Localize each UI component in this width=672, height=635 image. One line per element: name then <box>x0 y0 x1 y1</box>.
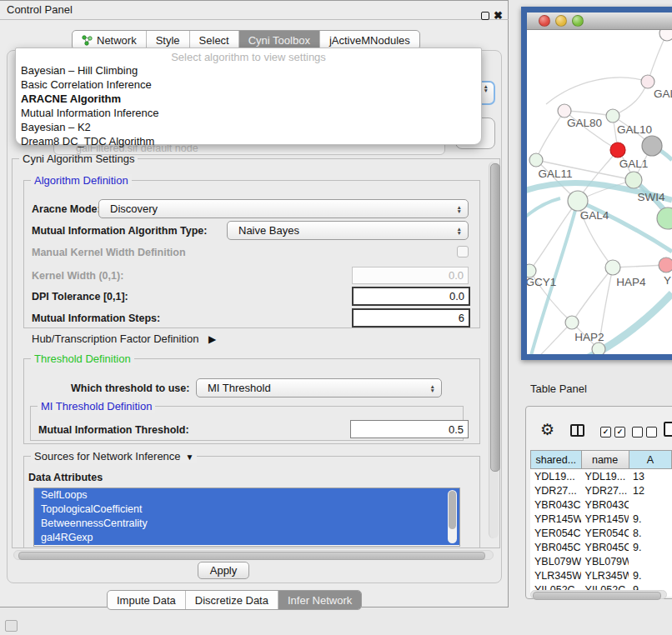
network-node[interactable] <box>659 30 672 41</box>
minimized-panel-icon[interactable] <box>5 620 18 632</box>
data-attribute-item[interactable]: SelfLoops <box>34 488 459 502</box>
algorithm-option[interactable]: Bayesian – Hill Climbing <box>16 63 481 78</box>
mi-algorithm-type-combo[interactable]: Naive Bayes ▲▼ <box>227 221 469 240</box>
algorithm-option[interactable]: Bayesian – K2 <box>16 120 481 134</box>
table-cell: YBL079W <box>581 554 629 568</box>
table-row[interactable]: YPR145WYPR145W9. <box>530 512 672 526</box>
settings-horizontal-scrollbar[interactable] <box>13 550 494 560</box>
tab-select[interactable]: Select <box>189 31 238 49</box>
tab-network[interactable]: Network <box>73 31 146 49</box>
table-cell: 9. <box>629 568 672 582</box>
manual-kernel-width-checkbox[interactable] <box>457 246 469 258</box>
close-traffic-light-icon[interactable] <box>539 15 550 27</box>
column-header-shared-name[interactable]: shared... <box>530 450 582 469</box>
stepper-arrows-icon: ▲▼ <box>484 84 489 92</box>
table-cell <box>629 498 672 512</box>
which-threshold-label: Which threshold to use: <box>71 382 189 394</box>
minimize-traffic-light-icon[interactable] <box>555 15 567 27</box>
table-cell: 13 <box>629 469 672 483</box>
tab-style[interactable]: Style <box>146 31 189 49</box>
network-node-label: HAP4 <box>616 276 646 288</box>
network-node[interactable] <box>606 109 619 122</box>
tab-jactivemnodules[interactable]: jActiveMNodules <box>319 31 419 49</box>
mi-steps-input[interactable]: 6 <box>352 308 470 328</box>
network-node[interactable] <box>657 208 672 229</box>
table-cell: 12 <box>629 483 672 498</box>
network-node-label: HAP2 <box>574 331 604 343</box>
settings-horizontal-scrollbar-thumb[interactable] <box>18 552 485 560</box>
network-node-label: GAL1 <box>619 158 649 170</box>
mi-algorithm-type-label: Mutual Information Algorithm Type: <box>32 225 207 237</box>
table-cell: YER054C <box>530 526 581 540</box>
gear-icon[interactable]: ⚙ <box>540 421 554 439</box>
network-node[interactable] <box>610 142 625 158</box>
table-row[interactable]: YLR345WYLR345W9. <box>530 568 672 582</box>
tab-cyni-toolbox[interactable]: Cyni Toolbox <box>238 31 319 49</box>
dpi-tolerance-input[interactable]: 0.0 <box>352 287 470 306</box>
table-cell: YDL19... <box>581 469 629 483</box>
manual-kernel-width-label: Manual Kernel Width Definition <box>32 247 186 258</box>
table-cell: YBR045C <box>530 540 581 554</box>
algorithm-option[interactable]: ARACNE Algorithm <box>16 92 481 106</box>
expanded-arrow-icon: ▼ <box>186 452 194 462</box>
settings-vertical-scrollbar-thumb[interactable] <box>490 163 500 472</box>
aracne-mode-combo[interactable]: Discovery ▲▼ <box>98 199 469 218</box>
table-header-row: shared... name A <box>530 450 672 469</box>
network-node[interactable] <box>558 104 571 118</box>
network-edge <box>536 111 564 160</box>
mi-threshold-input[interactable]: 0.5 <box>350 420 469 438</box>
list-vertical-scrollbar[interactable] <box>448 490 457 543</box>
kernel-width-input[interactable]: 0.0 <box>352 267 469 284</box>
network-node[interactable] <box>565 316 579 329</box>
table-cell: YBR045C <box>581 540 629 554</box>
table-row[interactable]: YBR045CYBR045C9. <box>530 540 672 554</box>
zoom-traffic-light-icon[interactable] <box>572 15 584 27</box>
network-node[interactable] <box>659 258 672 272</box>
float-window-icon[interactable] <box>481 12 489 20</box>
network-node[interactable] <box>642 136 662 156</box>
network-node[interactable] <box>625 172 642 188</box>
tab-infer-network[interactable]: Infer Network <box>278 591 361 609</box>
network-node[interactable] <box>592 342 605 354</box>
tab-impute-data[interactable]: Impute Data <box>108 591 185 609</box>
network-node[interactable] <box>568 191 588 211</box>
network-node[interactable] <box>605 260 620 275</box>
deselect-all-columns-icon[interactable] <box>632 427 657 438</box>
column-header-name[interactable]: name <box>582 450 629 469</box>
tab-discretize-data[interactable]: Discretize Data <box>185 591 278 609</box>
table-row[interactable]: YER054CYER054C8. <box>530 526 672 540</box>
algorithm-option[interactable]: Basic Correlation Inference <box>16 78 481 92</box>
algorithm-option[interactable]: Mutual Information Inference <box>16 106 481 120</box>
data-attribute-item[interactable]: BetweennessCentrality <box>34 517 459 531</box>
hub-definition-section[interactable]: Hub/Transcription Factor Definition ▶ <box>32 332 216 345</box>
apply-button[interactable]: Apply <box>198 562 249 579</box>
table-horizontal-scrollbar-thumb[interactable] <box>533 592 661 600</box>
sources-legend: Sources for Network Inference▼ <box>31 450 197 462</box>
network-node[interactable] <box>529 153 543 167</box>
select-all-columns-icon[interactable]: ✓✓ <box>600 427 625 438</box>
table-body: YDL19...YDL19...13YDR27...YDR27...12YBR0… <box>530 469 672 597</box>
table-row[interactable]: YDR27...YDR27...12 <box>530 483 672 498</box>
threshold-definition-legend: Threshold Definition <box>31 352 134 365</box>
data-attribute-item[interactable]: TopologicalCoefficient <box>34 502 459 517</box>
table-row[interactable]: YBR043CYBR043C <box>530 498 672 512</box>
settings-vertical-scrollbar[interactable] <box>489 162 499 538</box>
network-node-label: GAL10 <box>617 123 652 136</box>
network-canvas[interactable]: GALGAL80GAL10GAL1GAL11SWI4GAL4GCY1HAP4YH… <box>527 30 672 354</box>
network-edge <box>529 201 578 271</box>
list-vertical-scrollbar-thumb[interactable] <box>449 491 456 529</box>
column-header-a[interactable]: A <box>629 450 672 469</box>
data-attributes-list[interactable]: SelfLoopsTopologicalCoefficientBetweenne… <box>33 488 460 547</box>
table-cell: 9. <box>629 512 672 526</box>
export-table-icon[interactable] <box>664 422 672 437</box>
table-horizontal-scrollbar[interactable] <box>530 590 667 599</box>
columns-icon[interactable] <box>570 424 584 437</box>
network-window-titlebar[interactable] <box>527 12 672 30</box>
which-threshold-combo[interactable]: MI Threshold ▲▼ <box>196 378 442 398</box>
algorithm-option[interactable]: Dream8 DC_TDC Algorithm <box>16 134 481 148</box>
network-node[interactable] <box>641 75 654 88</box>
close-icon[interactable]: ✖ <box>494 9 503 22</box>
data-attribute-item[interactable]: gal4RGexp <box>34 531 459 545</box>
table-row[interactable]: YBL079WYBL079W <box>530 554 672 568</box>
table-row[interactable]: YDL19...YDL19...13 <box>530 469 672 483</box>
